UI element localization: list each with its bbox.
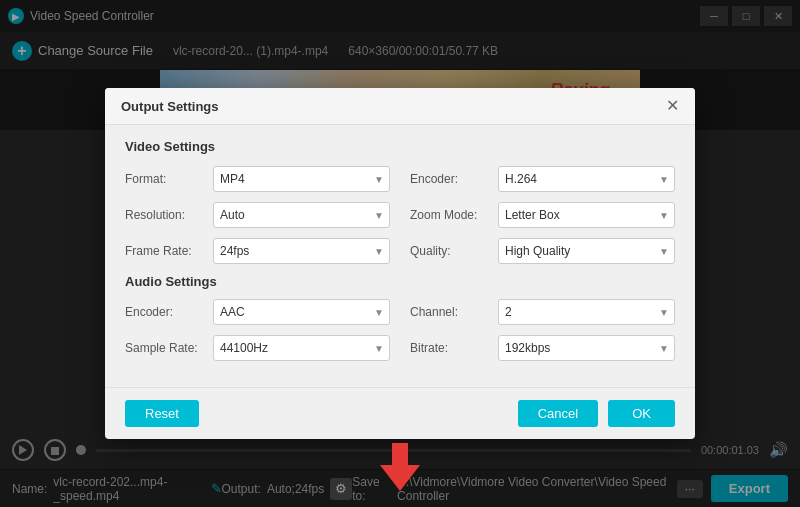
modal-overlay: Output Settings ✕ Video Settings Format:… <box>0 0 800 507</box>
encoder-select-wrapper: H.264 ▼ <box>498 166 675 192</box>
bitrate-select[interactable]: 192kbps <box>498 335 675 361</box>
zoom-mode-select[interactable]: Letter Box <box>498 202 675 228</box>
channel-label: Channel: <box>410 305 490 319</box>
sample-rate-select[interactable]: 44100Hz <box>213 335 390 361</box>
video-settings-title: Video Settings <box>125 139 675 154</box>
sample-rate-select-wrapper: 44100Hz ▼ <box>213 335 390 361</box>
resolution-select-wrapper: Auto ▼ <box>213 202 390 228</box>
cancel-button[interactable]: Cancel <box>518 400 598 427</box>
audio-encoder-select[interactable]: AAC <box>213 299 390 325</box>
audio-encoder-row: Encoder: AAC ▼ <box>125 299 390 325</box>
channel-select[interactable]: 2 <box>498 299 675 325</box>
arrow-down-icon <box>380 465 420 491</box>
resolution-label: Resolution: <box>125 208 205 222</box>
format-select-wrapper: MP4 ▼ <box>213 166 390 192</box>
frame-rate-select[interactable]: 24fps <box>213 238 390 264</box>
dialog-footer: Reset Cancel OK <box>105 387 695 439</box>
quality-select-wrapper: High Quality ▼ <box>498 238 675 264</box>
format-select[interactable]: MP4 <box>213 166 390 192</box>
encoder-row: Encoder: H.264 ▼ <box>410 166 675 192</box>
resolution-row: Resolution: Auto ▼ <box>125 202 390 228</box>
frame-rate-label: Frame Rate: <box>125 244 205 258</box>
dialog-body: Video Settings Format: MP4 ▼ Encoder: <box>105 125 695 387</box>
zoom-mode-row: Zoom Mode: Letter Box ▼ <box>410 202 675 228</box>
bitrate-row: Bitrate: 192kbps ▼ <box>410 335 675 361</box>
encoder-select[interactable]: H.264 <box>498 166 675 192</box>
frame-rate-select-wrapper: 24fps ▼ <box>213 238 390 264</box>
audio-encoder-label: Encoder: <box>125 305 205 319</box>
encoder-label: Encoder: <box>410 172 490 186</box>
sample-rate-row: Sample Rate: 44100Hz ▼ <box>125 335 390 361</box>
arrow-stem <box>392 443 408 465</box>
zoom-mode-select-wrapper: Letter Box ▼ <box>498 202 675 228</box>
footer-right-buttons: Cancel OK <box>518 400 675 427</box>
sample-rate-label: Sample Rate: <box>125 341 205 355</box>
zoom-mode-label: Zoom Mode: <box>410 208 490 222</box>
resolution-select[interactable]: Auto <box>213 202 390 228</box>
reset-button[interactable]: Reset <box>125 400 199 427</box>
bitrate-select-wrapper: 192kbps ▼ <box>498 335 675 361</box>
dialog-close-button[interactable]: ✕ <box>666 98 679 114</box>
output-settings-dialog: Output Settings ✕ Video Settings Format:… <box>105 88 695 439</box>
frame-rate-row: Frame Rate: 24fps ▼ <box>125 238 390 264</box>
bitrate-label: Bitrate: <box>410 341 490 355</box>
audio-settings-grid: Encoder: AAC ▼ Channel: 2 <box>125 299 675 361</box>
quality-row: Quality: High Quality ▼ <box>410 238 675 264</box>
format-label: Format: <box>125 172 205 186</box>
channel-row: Channel: 2 ▼ <box>410 299 675 325</box>
ok-button[interactable]: OK <box>608 400 675 427</box>
channel-select-wrapper: 2 ▼ <box>498 299 675 325</box>
format-row: Format: MP4 ▼ <box>125 166 390 192</box>
dialog-title: Output Settings <box>121 99 219 114</box>
audio-encoder-select-wrapper: AAC ▼ <box>213 299 390 325</box>
audio-settings-title: Audio Settings <box>125 274 675 289</box>
quality-select[interactable]: High Quality <box>498 238 675 264</box>
quality-label: Quality: <box>410 244 490 258</box>
dialog-header: Output Settings ✕ <box>105 88 695 125</box>
arrow-indicator <box>380 443 420 491</box>
video-settings-grid: Format: MP4 ▼ Encoder: H.264 <box>125 166 675 264</box>
